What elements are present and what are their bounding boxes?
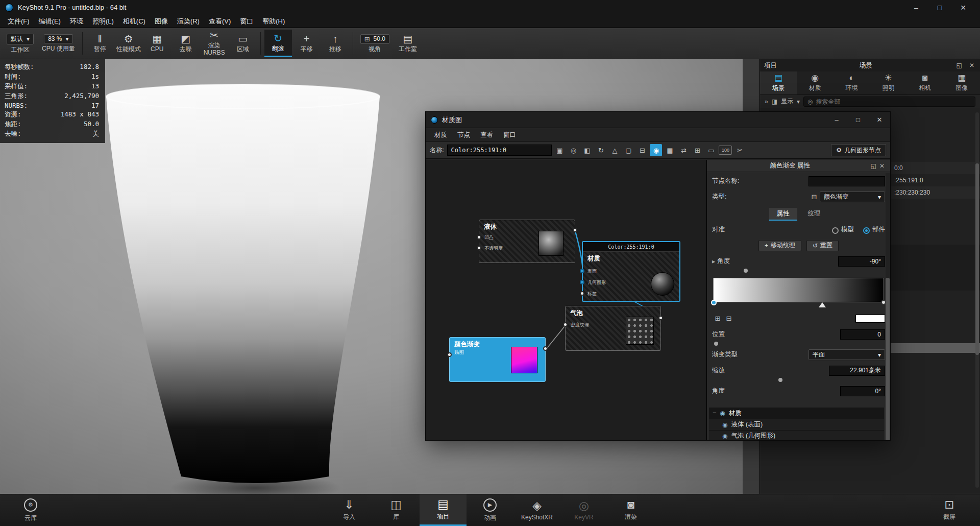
grid-icon[interactable]: ▦ xyxy=(664,144,676,156)
save-icon[interactable]: ▣ xyxy=(553,144,566,156)
align-icon[interactable]: △ xyxy=(608,144,621,156)
scene-search-box[interactable]: ◎ xyxy=(803,97,975,107)
tree-item-liquid[interactable]: ◉ 液体 (表面) xyxy=(709,419,884,430)
minimize-button[interactable]: – xyxy=(904,0,928,15)
float-panel-icon[interactable]: ◱ xyxy=(869,162,878,170)
output-pin[interactable] xyxy=(573,228,577,232)
node-color-gradient[interactable]: 颜色渐变 贴图 xyxy=(449,337,546,382)
type-dropdown[interactable]: 颜色渐变 ▾ xyxy=(820,192,885,202)
stop-color-swatch[interactable] xyxy=(855,315,885,323)
mg-menu-window[interactable]: 窗口 xyxy=(499,129,521,141)
input-pin[interactable] xyxy=(477,246,481,250)
mg-menu-view[interactable]: 查看 xyxy=(476,129,498,141)
menu-render[interactable]: 渲染(R) xyxy=(173,15,204,28)
chevron-down-icon[interactable]: ▾ xyxy=(797,98,800,105)
menu-file[interactable]: 文件(F) xyxy=(3,15,34,28)
collapse-icon[interactable]: − xyxy=(713,410,716,417)
search-input[interactable] xyxy=(816,98,971,105)
surface-pin[interactable] xyxy=(580,269,584,273)
keyshotxr-button[interactable]: ◈ KeyShotXR xyxy=(513,494,560,526)
zoom-100-icon[interactable]: 100 xyxy=(719,146,732,155)
material-graph-titlebar[interactable]: 材质图 – □ ✕ xyxy=(426,112,890,128)
input-pin[interactable] xyxy=(477,235,481,240)
node-name-input[interactable] xyxy=(808,176,885,186)
tumble-button[interactable]: ↻ 翻滚 xyxy=(264,30,292,57)
pan-button[interactable]: + 平移 xyxy=(293,30,321,57)
project-button[interactable]: ▤ 项目 xyxy=(420,494,467,526)
geometry-pin[interactable] xyxy=(580,280,584,284)
tree-root-material[interactable]: − ◉ 材质 xyxy=(709,408,884,419)
trash-icon[interactable]: ⊟ xyxy=(808,192,820,202)
show-connections-icon[interactable]: ◉ xyxy=(650,144,662,156)
angle-value[interactable]: -90° xyxy=(838,256,885,267)
position-slider[interactable] xyxy=(713,341,884,346)
gradient-stop-marker[interactable] xyxy=(819,302,826,307)
tab-texture[interactable]: 纹理 xyxy=(800,208,828,221)
tab-properties[interactable]: 属性 xyxy=(769,208,797,221)
swap-icon[interactable]: ⇄ xyxy=(677,144,690,156)
scene-tree-scrollbar[interactable] xyxy=(975,112,979,488)
expand-icon[interactable]: » xyxy=(765,98,768,105)
show-dropdown[interactable]: 显示 xyxy=(781,97,793,106)
close-button[interactable]: ✕ xyxy=(869,112,890,128)
library-button[interactable]: ◫ 库 xyxy=(373,494,420,526)
move-texture-button[interactable]: + 移动纹理 xyxy=(758,240,801,251)
render-button[interactable]: ◙ 渲染 xyxy=(607,494,654,526)
import-button[interactable]: ⇓ 导入 xyxy=(326,494,373,526)
node-bubbles[interactable]: 气泡 密度纹理 xyxy=(565,306,661,351)
duplicate-icon[interactable]: ▢ xyxy=(622,144,634,156)
minimize-button[interactable]: – xyxy=(826,112,847,128)
node-canvas[interactable]: 液体 凹凸 不透明度 Color:255:191:0 材质 表面 几何图形 xyxy=(426,160,707,440)
tab-image[interactable]: ▦ 图像 xyxy=(943,71,980,94)
keyvr-button[interactable]: ◎ KeyVR xyxy=(560,494,607,526)
mg-menu-node[interactable]: 节点 xyxy=(453,129,475,141)
menu-help[interactable]: 帮助(H) xyxy=(258,15,289,28)
render-nurbs-button[interactable]: ✂ 渲染NURBS xyxy=(201,30,228,57)
preview-material-icon[interactable]: ◧ xyxy=(581,144,593,156)
gradient-editor[interactable] xyxy=(713,278,884,302)
denoise-button[interactable]: ◩ 去噪 xyxy=(172,30,200,57)
tree-item-bubbles[interactable]: ◉ 气泡 (几何图形) xyxy=(709,430,884,440)
node-liquid[interactable]: 液体 凹凸 不透明度 xyxy=(479,220,575,263)
geometry-node-button[interactable]: ⚙ 几何图形节点 xyxy=(831,144,886,156)
float-panel-icon[interactable]: ◱ xyxy=(955,62,964,69)
label-pin[interactable] xyxy=(580,291,584,296)
mg-menu-material[interactable]: 材质 xyxy=(430,129,452,141)
close-panel-icon[interactable]: ✕ xyxy=(968,62,976,69)
menu-environment[interactable]: 环境 xyxy=(65,15,88,28)
pause-button[interactable]: ‖ 暂停 xyxy=(86,30,114,57)
menu-edit[interactable]: 编辑(E) xyxy=(34,15,65,28)
scrollbar-thumb[interactable] xyxy=(975,163,979,355)
menu-image[interactable]: 图像 xyxy=(150,15,173,28)
output-pin[interactable] xyxy=(658,316,663,320)
tab-lighting[interactable]: ☀ 照明 xyxy=(870,71,906,94)
reset-button[interactable]: ↺ 重置 xyxy=(806,240,839,251)
gradient-stop-start[interactable] xyxy=(711,300,717,305)
properties-scrollbar[interactable] xyxy=(886,173,890,439)
update-preview-icon[interactable]: ↻ xyxy=(595,144,607,156)
menu-lighting[interactable]: 照明(L) xyxy=(88,15,118,28)
maximize-button[interactable]: □ xyxy=(847,112,869,128)
angle2-value[interactable]: 0° xyxy=(840,386,885,396)
studio-button[interactable]: ▤ 工作室 xyxy=(394,30,422,57)
cut-connection-icon[interactable]: ✂ xyxy=(733,144,746,156)
scale-value[interactable]: 22.901毫米 xyxy=(829,366,885,376)
cpu-usage-selector[interactable]: 83 %▾ CPU 使用量 xyxy=(38,30,79,57)
fov-control[interactable]: ⊞50.0 视角 xyxy=(357,30,393,57)
tab-scene[interactable]: ▤ 场景 xyxy=(760,71,797,94)
frame-icon[interactable]: ▭ xyxy=(705,144,717,156)
close-button[interactable]: ✕ xyxy=(951,0,975,15)
output-pin[interactable] xyxy=(543,346,548,351)
menu-window[interactable]: 窗口 xyxy=(235,15,258,28)
radio-model[interactable] xyxy=(832,227,839,234)
close-panel-icon[interactable]: ✕ xyxy=(878,162,886,170)
angle-slider[interactable] xyxy=(713,268,884,273)
search-icon[interactable]: ◎ xyxy=(567,144,579,156)
disclosure-icon[interactable]: ▸ xyxy=(712,257,715,265)
tree-filter-icon[interactable]: ◨ xyxy=(772,98,777,105)
dolly-button[interactable]: ↑ 推移 xyxy=(322,30,349,57)
scrollbar-thumb[interactable] xyxy=(886,278,890,440)
node-material-root[interactable]: Color:255:191:0 材质 表面 几何图形 标签 xyxy=(582,241,680,302)
menu-view[interactable]: 查看(V) xyxy=(204,15,235,28)
tab-camera[interactable]: ◙ 相机 xyxy=(906,71,943,94)
